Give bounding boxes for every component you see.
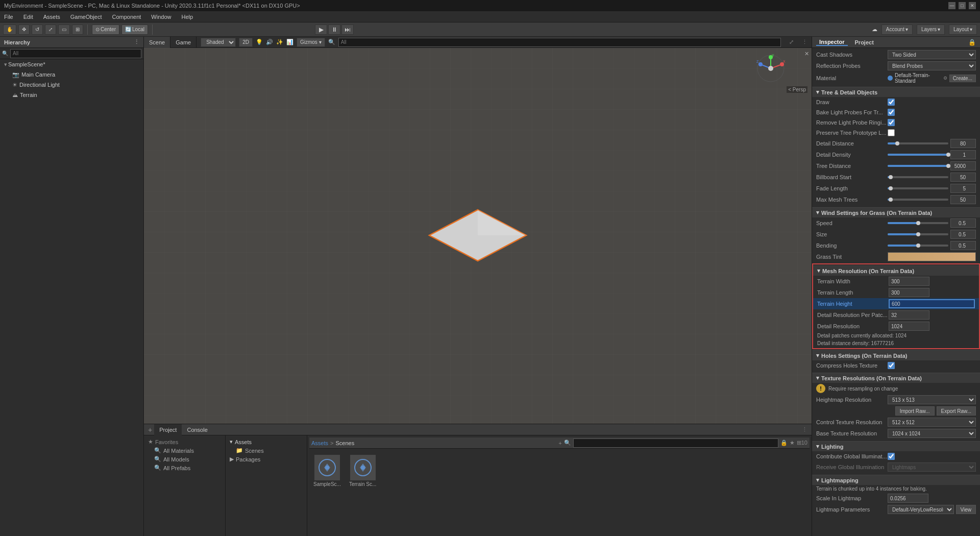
receive-gi-select[interactable]: Lightmaps [888,462,976,472]
fade-length-track[interactable] [888,187,948,189]
detail-density-track[interactable] [888,154,948,156]
menu-edit[interactable]: Edit [21,14,35,20]
wind-bending-input[interactable] [950,241,976,250]
rect-tool-button[interactable]: ▭ [58,25,70,35]
hierarchy-item-terrain[interactable]: ⛰ Terrain [0,90,143,100]
reflection-probes-select[interactable]: Blend Probes Off [888,61,976,70]
contribute-gi-checkbox[interactable] [888,453,895,460]
hierarchy-item-maincamera[interactable]: 📷 Main Camera [0,69,143,80]
scene-close-icon[interactable]: ✕ [804,51,809,57]
menu-window[interactable]: Window [149,14,173,20]
shading-mode-select[interactable]: Shaded [201,38,236,47]
lightmap-params-select[interactable]: Default-VeryLowResolution [888,505,954,514]
max-mesh-trees-track[interactable] [888,199,948,201]
pivot-button[interactable]: ⊙ Center [92,25,119,35]
hierarchy-search-input[interactable] [10,49,141,58]
grass-tint-color[interactable] [888,252,976,261]
wind-size-track[interactable] [888,233,948,235]
inspector-scroll-area[interactable]: Cast Shadows Two Sided Off On Reflection… [812,48,980,536]
bottom-add-button[interactable]: + [146,426,154,434]
detail-density-slider[interactable] [888,150,976,159]
max-mesh-trees-thumb[interactable] [889,198,893,202]
max-mesh-trees-input[interactable] [950,195,976,204]
move-tool-button[interactable]: ✥ [18,25,30,35]
wind-speed-track[interactable] [888,222,948,224]
import-raw-button[interactable]: Import Raw... [895,406,935,416]
gizmo-widget[interactable]: X Y Z [755,53,786,84]
menu-assets[interactable]: Assets [41,14,62,20]
scale-lightmap-input[interactable] [888,494,928,503]
content-item-samplescene[interactable]: SampleSc... [311,453,343,489]
texture-resolutions-header[interactable]: ▾ Texture Resolutions (On Terrain Data) [812,373,980,383]
heightmap-select[interactable]: 513 x 513 [888,395,976,404]
billboard-start-input[interactable] [950,173,976,182]
draw-checkbox[interactable] [888,99,895,106]
billboard-start-slider[interactable] [888,173,976,182]
content-item-terrainscene[interactable]: Terrain Sc... [347,453,378,489]
layers-button[interactable]: Layers ▾ [917,25,945,35]
fx-toggle-icon[interactable]: ✨ [276,39,283,45]
wind-speed-slider[interactable] [888,218,976,228]
space-button[interactable]: 🔄 Local [121,25,148,35]
bottom-options-icon[interactable]: ⋮ [798,426,812,433]
terrain-width-input[interactable] [889,277,929,286]
tree-distance-thumb[interactable] [946,164,950,168]
detail-distance-input[interactable] [950,139,976,148]
pause-button[interactable]: ⏸ [328,25,340,35]
assets-scenes[interactable]: 📁 Scenes [226,446,307,455]
favorites-all-models[interactable]: 🔍 All Models [144,455,225,464]
wind-size-thumb[interactable] [916,232,920,236]
tree-distance-slider[interactable] [888,161,976,170]
packages-root[interactable]: ▶ Packages [226,455,307,464]
hierarchy-item-samplescene[interactable]: ▾ SampleScene* [0,59,143,69]
compress-holes-checkbox[interactable] [888,362,895,369]
wind-size-input[interactable] [950,230,976,239]
detail-distance-thumb[interactable] [895,141,899,145]
favorites-all-prefabs[interactable]: 🔍 All Prefabs [144,464,225,472]
mesh-resolution-header[interactable]: ▾ Mesh Resolution (On Terrain Data) [813,265,979,276]
audio-toggle-icon[interactable]: 🔊 [266,39,273,45]
size-slider-icon[interactable]: ⊞10 [797,440,807,446]
lighting-header[interactable]: ▾ Lighting [812,441,980,451]
wind-bending-slider[interactable] [888,241,976,250]
hierarchy-options-button[interactable]: ⋮ [134,39,139,45]
breadcrumb-assets[interactable]: Assets [311,440,328,446]
tree-detail-header[interactable]: ▾ Tree & Detail Objects [812,87,980,97]
hand-tool-button[interactable]: ✋ [3,25,16,35]
rotate-tool-button[interactable]: ↺ [32,25,43,35]
preserve-tree-checkbox[interactable] [888,129,895,136]
wind-speed-input[interactable] [950,218,976,228]
detail-res-per-patch-input[interactable] [889,310,929,320]
account-button[interactable]: Account ▾ [881,25,913,35]
menu-help[interactable]: Help [179,14,195,20]
maximize-button[interactable]: □ [959,2,966,9]
detail-distance-slider[interactable] [888,139,976,148]
tree-distance-input[interactable] [950,161,976,170]
assets-root[interactable]: ▾ Assets [226,437,307,446]
material-create-button[interactable]: Create... [949,75,976,82]
inspector-lock-button[interactable]: 🔒 [968,39,976,46]
tab-project-inspector[interactable]: Project [852,39,877,45]
lightmap-view-button[interactable]: View [956,505,976,514]
wind-bending-thumb[interactable] [916,243,920,248]
scene-search-input[interactable] [338,38,781,47]
scene-viewport[interactable]: X Y Z < Persp ✕ [144,48,812,424]
create-icon[interactable]: + [558,440,561,446]
tree-distance-track[interactable] [888,165,948,167]
reflection-probes-value[interactable]: Blend Probes Off [888,61,976,70]
breadcrumb-scenes[interactable]: Scenes [335,440,354,446]
transform-tool-button[interactable]: ⊞ [72,25,83,35]
stats-icon[interactable]: 📊 [286,39,293,45]
step-button[interactable]: ⏭ [341,25,354,35]
scene-maximize-icon[interactable]: ⤢ [785,39,798,45]
fade-length-thumb[interactable] [889,186,893,190]
scene-options-icon[interactable]: ⋮ [798,39,812,45]
base-texture-select[interactable]: 1024 x 1024 [888,429,976,438]
fade-length-slider[interactable] [888,184,976,193]
hierarchy-item-directionallight[interactable]: ☀ Directional Light [0,80,143,90]
menu-gameobject[interactable]: GameObject [68,14,104,20]
remove-light-checkbox[interactable] [888,119,895,126]
billboard-start-track[interactable] [888,176,948,178]
fade-length-input[interactable] [950,184,976,193]
detail-distance-track[interactable] [888,142,948,144]
